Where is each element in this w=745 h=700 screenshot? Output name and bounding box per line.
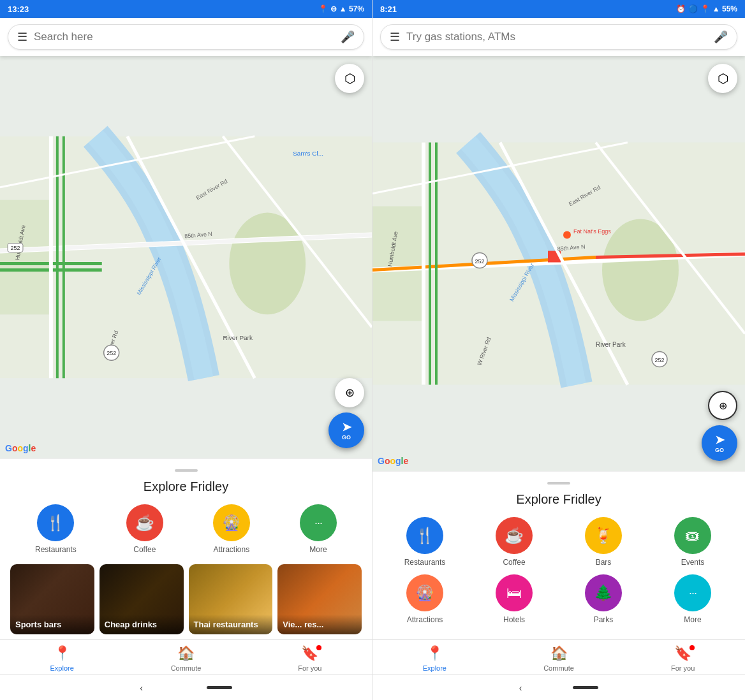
right-cat-bars[interactable]: 🍹 Bars — [561, 517, 645, 567]
left-card-sports-bars[interactable]: Sports bars — [10, 564, 94, 634]
right-more-label: More — [684, 615, 701, 624]
left-cat-attractions[interactable]: 🎡 Attractions — [213, 504, 250, 554]
left-back-button[interactable]: ‹ — [140, 683, 143, 693]
left-attractions-label: Attractions — [214, 545, 250, 554]
svg-rect-27 — [372, 207, 424, 321]
left-search-bar: ☰ Search here 🎤 — [0, 18, 372, 56]
right-events-icon: 🎟 — [685, 527, 700, 544]
left-card-vie[interactable]: Vie... res... — [277, 564, 362, 634]
left-more-label: More — [309, 545, 327, 554]
right-cat-restaurants[interactable]: 🍴 Restaurants — [383, 517, 467, 567]
right-status-icons: ⏰ 🔵 📍 ▲ 55% — [676, 4, 737, 13]
right-time: 8:21 — [380, 4, 397, 14]
left-nav-explore[interactable]: 📍 Explore — [0, 645, 124, 672]
left-status-bar: 13:23 📍 ⊖ ▲ 57% — [0, 0, 372, 18]
right-bars-label: Bars — [596, 558, 612, 567]
right-bottom-sheet: Explore Fridley 🍴 Restaurants ☕ Coffee — [372, 471, 745, 639]
right-layers-icon: ⬡ — [718, 71, 728, 86]
left-attractions-circle: 🎡 — [213, 504, 250, 541]
left-search-input-wrap[interactable]: ☰ Search here 🎤 — [8, 24, 364, 50]
left-status-icons: 📍 ⊖ ▲ 57% — [318, 4, 364, 13]
left-category-grid: 🍴 Restaurants ☕ Coffee 🎡 Attractions — [10, 504, 362, 554]
svg-text:River Park: River Park — [596, 341, 626, 348]
right-cat-coffee[interactable]: ☕ Coffee — [472, 517, 556, 567]
left-card-thai[interactable]: Thai restaurants — [189, 564, 273, 634]
left-card-thai-label: Thai restaurants — [189, 615, 273, 634]
left-search-placeholder[interactable]: Search here — [34, 31, 334, 43]
svg-text:Fat Nat's Eggs: Fat Nat's Eggs — [573, 228, 611, 235]
right-bottom-nav: 📍 Explore 🏠 Commute 🔖 For you — [372, 639, 745, 674]
left-notification-dot — [316, 645, 321, 650]
right-cat-attractions[interactable]: 🎡 Attractions — [383, 574, 467, 624]
svg-text:252: 252 — [654, 357, 664, 363]
right-cat-hotels[interactable]: 🛏 Hotels — [472, 574, 556, 624]
go-arrow-icon: ➤ — [342, 420, 351, 434]
right-map[interactable]: Humboldt Ave W River Rd 85th Ave N Missi… — [372, 56, 745, 471]
left-mic-icon[interactable]: 🎤 — [341, 30, 355, 44]
right-location-icon: ⊕ — [719, 400, 727, 412]
right-system-bar: ‹ — [372, 674, 745, 700]
right-explore-title: Explore Fridley — [383, 492, 735, 507]
left-bottom-nav: 📍 Explore 🏠 Commute 🔖 For you — [0, 639, 372, 674]
left-map[interactable]: Humboldt Ave W River Rd 85th Ave N Missi… — [0, 56, 372, 458]
left-cat-restaurants[interactable]: 🍴 Restaurants — [35, 504, 77, 554]
left-menu-icon[interactable]: ☰ — [17, 30, 27, 44]
right-search-placeholder[interactable]: Try gas stations, ATMs — [406, 31, 707, 43]
right-nav-commute[interactable]: 🏠 Commute — [497, 645, 621, 672]
right-foryou-label: For you — [671, 664, 695, 672]
right-mic-icon[interactable]: 🎤 — [714, 30, 728, 44]
right-menu-icon[interactable]: ☰ — [390, 30, 400, 44]
right-category-grid: 🍴 Restaurants ☕ Coffee 🍹 Bars — [383, 517, 735, 624]
left-home-pill[interactable] — [207, 686, 232, 689]
left-explore-label: Explore — [50, 664, 74, 672]
layers-icon: ⬡ — [344, 71, 355, 86]
right-cat-events[interactable]: 🎟 Events — [651, 517, 735, 567]
left-card-sports-bars-label: Sports bars — [10, 615, 94, 634]
left-google-logo: Google — [5, 443, 36, 453]
left-system-bar: ‹ — [0, 674, 372, 700]
left-cat-more[interactable]: ··· More — [300, 504, 337, 554]
right-cat-parks[interactable]: 🌲 Parks — [561, 574, 645, 624]
left-location-button[interactable]: ⊕ — [335, 378, 364, 407]
left-layers-button[interactable]: ⬡ — [335, 64, 364, 93]
right-search-input-wrap[interactable]: ☰ Try gas stations, ATMs 🎤 — [380, 24, 737, 50]
left-drag-handle — [175, 469, 198, 472]
right-explore-label: Explore — [423, 664, 446, 672]
right-attractions-icon: 🎡 — [415, 584, 434, 602]
left-go-button[interactable]: ➤ GO — [328, 412, 364, 448]
left-nav-commute[interactable]: 🏠 Commute — [124, 645, 247, 672]
left-card-cheap-drinks[interactable]: Cheap drinks — [100, 564, 184, 634]
svg-point-44 — [563, 231, 571, 239]
right-nav-explore[interactable]: 📍 Explore — [372, 645, 497, 672]
left-nav-foryou[interactable]: 🔖 For you — [248, 645, 372, 672]
right-parks-circle: 🌲 — [585, 574, 622, 611]
left-time: 13:23 — [8, 4, 29, 14]
right-bars-circle: 🍹 — [585, 517, 622, 554]
right-panel: 8:21 ⏰ 🔵 📍 ▲ 55% ☰ Try gas stations, ATM… — [372, 0, 745, 700]
right-coffee-label: Coffee — [503, 558, 525, 567]
left-foryou-label: For you — [298, 664, 321, 672]
right-coffee-icon: ☕ — [505, 527, 524, 544]
right-more-icon: ··· — [689, 587, 697, 600]
right-attractions-label: Attractions — [407, 615, 443, 624]
right-hotels-label: Hotels — [503, 615, 525, 624]
left-more-circle: ··· — [300, 504, 337, 541]
left-coffee-label: Coffee — [133, 545, 156, 554]
right-bars-icon: 🍹 — [594, 527, 613, 544]
right-go-button[interactable]: ➤ GO — [702, 425, 737, 461]
right-location-button[interactable]: ⊕ — [708, 391, 737, 420]
right-hotels-icon: 🛏 — [506, 584, 522, 602]
more-icon: ··· — [314, 516, 322, 530]
right-back-button[interactable]: ‹ — [519, 683, 522, 693]
right-home-pill[interactable] — [573, 686, 598, 689]
left-commute-icon: 🏠 — [177, 645, 195, 662]
left-commute-label: Commute — [171, 664, 202, 672]
svg-text:252: 252 — [10, 245, 20, 251]
right-layers-button[interactable]: ⬡ — [708, 64, 737, 93]
right-events-circle: 🎟 — [674, 517, 711, 554]
left-cat-coffee[interactable]: ☕ Coffee — [126, 504, 163, 554]
left-restaurants-label: Restaurants — [35, 545, 77, 554]
right-nav-foryou[interactable]: 🔖 For you — [621, 645, 745, 672]
right-cat-more[interactable]: ··· More — [651, 574, 735, 624]
left-card-vie-label: Vie... res... — [277, 615, 362, 634]
